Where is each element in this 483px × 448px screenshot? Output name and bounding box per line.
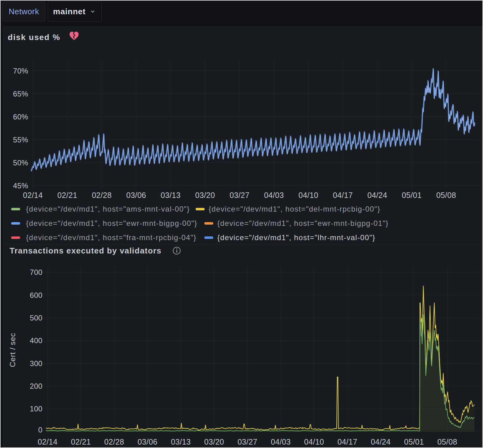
svg-text:02/14: 02/14 xyxy=(38,437,57,446)
svg-text:04/03: 04/03 xyxy=(271,437,291,446)
svg-text:03/27: 03/27 xyxy=(230,191,250,199)
svg-text:05/01: 05/01 xyxy=(404,437,424,446)
svg-text:05/01: 05/01 xyxy=(402,191,422,199)
svg-text:04/10: 04/10 xyxy=(299,191,318,199)
svg-text:600: 600 xyxy=(30,291,42,299)
svg-text:Cert / sec: Cert / sec xyxy=(8,333,17,367)
svg-text:03/20: 03/20 xyxy=(204,437,224,446)
svg-text:02/21: 02/21 xyxy=(57,191,77,199)
svg-text:03/06: 03/06 xyxy=(138,437,157,446)
svg-text:55%: 55% xyxy=(13,136,28,144)
svg-text:500: 500 xyxy=(30,314,42,322)
svg-text:03/20: 03/20 xyxy=(195,191,215,199)
svg-text:0: 0 xyxy=(38,426,42,434)
svg-text:05/08: 05/08 xyxy=(436,191,456,199)
svg-text:02/28: 02/28 xyxy=(104,437,124,446)
svg-text:65%: 65% xyxy=(13,90,28,98)
svg-text:400: 400 xyxy=(30,336,42,345)
svg-text:04/17: 04/17 xyxy=(338,437,357,446)
svg-text:03/13: 03/13 xyxy=(171,437,191,446)
svg-text:04/03: 04/03 xyxy=(264,191,284,199)
svg-text:60%: 60% xyxy=(13,113,28,121)
svg-text:02/14: 02/14 xyxy=(23,191,43,199)
svg-text:04/24: 04/24 xyxy=(371,437,391,446)
svg-text:03/13: 03/13 xyxy=(161,191,180,199)
svg-text:100: 100 xyxy=(30,405,42,413)
svg-text:03/27: 03/27 xyxy=(237,437,257,446)
svg-text:05/08: 05/08 xyxy=(437,437,457,446)
svg-text:02/28: 02/28 xyxy=(92,191,112,199)
svg-text:03/06: 03/06 xyxy=(126,191,146,199)
svg-text:70%: 70% xyxy=(13,67,28,75)
svg-text:04/17: 04/17 xyxy=(333,191,353,199)
svg-text:45%: 45% xyxy=(13,181,28,190)
svg-text:02/21: 02/21 xyxy=(71,437,91,446)
svg-text:04/24: 04/24 xyxy=(367,191,387,199)
svg-text:50%: 50% xyxy=(13,159,28,167)
svg-text:200: 200 xyxy=(30,382,42,390)
svg-text:300: 300 xyxy=(30,359,42,368)
svg-text:700: 700 xyxy=(30,268,42,276)
svg-text:04/10: 04/10 xyxy=(304,437,324,446)
